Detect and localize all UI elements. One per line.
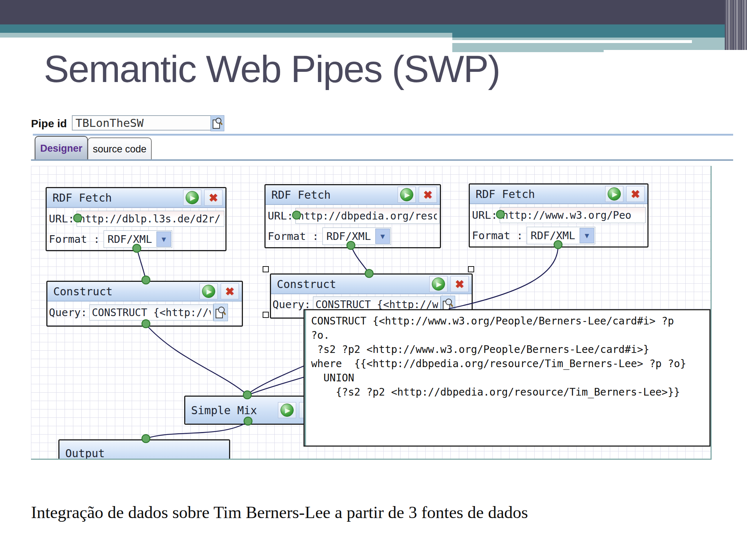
node-header[interactable]: Simple Mix ▶ ✖ <box>185 397 320 424</box>
header-band-teal-right <box>452 33 747 38</box>
chevron-down-icon[interactable]: ▼ <box>156 232 171 247</box>
magnifier-icon <box>215 306 226 319</box>
node-header[interactable]: RDF Fetch ▶ ✖ <box>470 184 647 204</box>
format-dropdown[interactable]: RDF/XML ▼ <box>104 230 172 248</box>
node-title: RDF Fetch <box>476 188 605 201</box>
query-label: Query: <box>272 298 311 311</box>
search-icon <box>212 117 223 129</box>
node-rdf-fetch-2[interactable]: RDF Fetch ▶ ✖ URL: Format : RDF/XML ▼ <box>264 184 441 248</box>
url-label: URL: <box>49 213 74 225</box>
node-title: Simple Mix <box>191 404 278 417</box>
node-rdf-fetch-1[interactable]: RDF Fetch ▶ ✖ URL: Format : RDF/XML ▼ <box>46 187 227 251</box>
run-button[interactable]: ▶ <box>398 187 416 203</box>
node-title: Construct <box>53 285 200 298</box>
header-white-strip <box>433 40 692 43</box>
play-icon: ▶ <box>432 277 445 291</box>
url-row: URL: <box>472 207 646 223</box>
header-corner-stripes <box>725 0 747 50</box>
format-value: RDF/XML <box>104 233 156 245</box>
url-label: URL: <box>472 209 498 221</box>
url-input[interactable] <box>77 211 224 227</box>
node-header[interactable]: Construct ▶ ✖ <box>271 275 472 294</box>
node-title: RDF Fetch <box>53 191 183 204</box>
connection-rdf2-construct2 <box>351 245 369 273</box>
play-icon: ▶ <box>400 188 413 201</box>
selection-handle[interactable] <box>468 266 474 272</box>
node-output[interactable]: Output <box>58 439 230 460</box>
slide-caption: Integração de dados sobre Tim Berners-Le… <box>31 502 528 522</box>
pipe-id-input[interactable] <box>72 115 215 131</box>
delete-button[interactable]: ✖ <box>204 190 222 206</box>
format-value: RDF/XML <box>323 230 375 242</box>
run-button[interactable]: ▶ <box>200 283 218 299</box>
query-line: ?s2 ?p2 <http://www.w3.org/People/Berner… <box>311 342 707 357</box>
run-button[interactable]: ▶ <box>278 402 296 418</box>
run-button[interactable]: ▶ <box>429 276 448 292</box>
query-input[interactable] <box>89 304 213 320</box>
play-icon: ▶ <box>280 404 294 417</box>
expand-query-button[interactable] <box>213 304 228 321</box>
connection-rdf1-construct1 <box>137 248 146 280</box>
tab-source-code[interactable]: source code <box>88 137 152 160</box>
close-icon: ✖ <box>225 285 234 298</box>
query-row: Query: <box>49 304 228 321</box>
node-construct-1[interactable]: Construct ▶ ✖ Query: <box>46 281 243 327</box>
format-row: Format : RDF/XML ▼ <box>49 230 172 248</box>
play-icon: ▶ <box>202 285 215 298</box>
delete-button[interactable]: ✖ <box>221 283 239 299</box>
node-header[interactable]: RDF Fetch ▶ ✖ <box>47 188 225 208</box>
run-button[interactable]: ▶ <box>605 186 623 202</box>
node-title: Construct <box>277 278 429 291</box>
query-line: CONSTRUCT {<http://www.w3.org/People/Ber… <box>311 314 707 328</box>
tab-source-code-label: source code <box>93 144 146 155</box>
close-icon: ✖ <box>631 188 640 201</box>
url-input[interactable] <box>500 207 646 223</box>
pipe-id-label: Pipe id <box>31 117 67 130</box>
node-title: Output <box>65 447 229 460</box>
node-simple-mix[interactable]: Simple Mix ▶ ✖ <box>184 396 321 425</box>
delete-button[interactable]: ✖ <box>419 187 437 203</box>
url-row: URL: <box>268 208 440 224</box>
pipe-id-search-button[interactable] <box>210 115 224 131</box>
page-title: Semantic Web Pipes (SWP) <box>44 47 500 91</box>
format-label: Format : <box>268 230 319 242</box>
pipe-designer-canvas[interactable]: RDF Fetch ▶ ✖ URL: Format : RDF/XML ▼ RD… <box>31 166 712 460</box>
header-bar-dark <box>0 0 747 24</box>
chevron-down-icon[interactable]: ▼ <box>375 229 390 244</box>
url-row: URL: <box>49 211 224 227</box>
format-row: Format : RDF/XML ▼ <box>472 227 595 244</box>
query-line: {?s2 ?p2 <http://dbpedia.org/resource/Ti… <box>311 385 707 399</box>
delete-button[interactable]: ✖ <box>450 276 469 292</box>
query-label: Query: <box>49 306 87 319</box>
close-icon: ✖ <box>209 191 218 204</box>
format-label: Format : <box>49 233 100 245</box>
query-line: ?o. <box>311 328 707 342</box>
separator-line-top <box>33 134 733 136</box>
header-band-lightteal-left <box>0 33 452 38</box>
selection-handle[interactable] <box>263 312 269 318</box>
selection-handle[interactable] <box>263 266 269 272</box>
play-icon: ▶ <box>186 191 199 204</box>
delete-button[interactable]: ✖ <box>626 186 645 202</box>
slide: Semantic Web Pipes (SWP) Pipe id Designe… <box>0 0 747 560</box>
query-popup[interactable]: CONSTRUCT {<http://www.w3.org/People/Ber… <box>303 309 711 447</box>
format-dropdown[interactable]: RDF/XML ▼ <box>322 228 391 245</box>
format-row: Format : RDF/XML ▼ <box>268 228 391 245</box>
node-header[interactable]: Construct ▶ ✖ <box>47 282 242 302</box>
format-label: Format : <box>472 229 523 242</box>
query-line: where {{<http://dbpedia.org/resource/Tim… <box>311 357 707 371</box>
close-icon: ✖ <box>455 278 464 291</box>
tab-strip-line <box>31 159 733 161</box>
node-rdf-fetch-3[interactable]: RDF Fetch ▶ ✖ URL: Format : RDF/XML ▼ <box>469 183 649 248</box>
format-dropdown[interactable]: RDF/XML ▼ <box>527 227 595 244</box>
node-header[interactable]: Output <box>59 440 229 460</box>
url-input[interactable] <box>295 208 440 224</box>
format-value: RDF/XML <box>527 229 579 242</box>
chevron-down-icon[interactable]: ▼ <box>580 228 594 243</box>
tab-designer-label: Designer <box>40 143 82 154</box>
run-button[interactable]: ▶ <box>183 190 201 206</box>
node-title: RDF Fetch <box>271 188 398 201</box>
node-header[interactable]: RDF Fetch ▶ ✖ <box>266 185 440 205</box>
tab-designer[interactable]: Designer <box>35 136 88 160</box>
query-line: UNION <box>311 371 707 385</box>
